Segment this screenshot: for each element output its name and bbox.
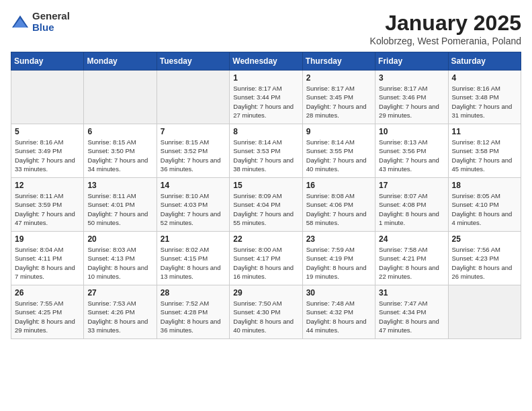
calendar-cell-1-1: 6 Sunrise: 8:15 AMSunset: 3:50 PMDayligh… (84, 124, 157, 178)
day-number: 20 (87, 234, 152, 244)
calendar-cell-0-3: 1 Sunrise: 8:17 AMSunset: 3:44 PMDayligh… (230, 71, 302, 124)
header-wednesday: Wednesday (230, 52, 302, 71)
day-number: 10 (379, 127, 444, 136)
header-monday: Monday (84, 52, 157, 71)
day-detail: Sunrise: 8:14 AMSunset: 3:55 PMDaylight:… (306, 138, 367, 173)
day-number: 11 (452, 127, 517, 136)
calendar-cell-0-2 (157, 71, 229, 124)
logo-text: General Blue (32, 11, 70, 33)
calendar-cell-2-4: 16 Sunrise: 8:08 AMSunset: 4:06 PMDaylig… (302, 178, 375, 232)
calendar-cell-1-3: 8 Sunrise: 8:14 AMSunset: 3:53 PMDayligh… (230, 124, 302, 178)
header-sunday: Sunday (11, 52, 84, 71)
calendar-cell-3-3: 22 Sunrise: 8:00 AMSunset: 4:17 PMDaylig… (230, 232, 302, 285)
week-row-4: 19 Sunrise: 8:04 AMSunset: 4:11 PMDaylig… (11, 232, 521, 285)
calendar-cell-1-0: 5 Sunrise: 8:16 AMSunset: 3:49 PMDayligh… (11, 124, 84, 178)
calendar-cell-3-0: 19 Sunrise: 8:04 AMSunset: 4:11 PMDaylig… (11, 232, 84, 285)
day-detail: Sunrise: 8:08 AMSunset: 4:06 PMDaylight:… (306, 192, 367, 226)
day-detail: Sunrise: 7:55 AMSunset: 4:25 PMDaylight:… (15, 300, 75, 334)
calendar-cell-1-5: 10 Sunrise: 8:13 AMSunset: 3:56 PMDaylig… (375, 124, 448, 178)
day-number: 23 (306, 234, 371, 244)
day-detail: Sunrise: 8:15 AMSunset: 3:50 PMDaylight:… (87, 138, 148, 173)
day-number: 3 (379, 73, 444, 83)
day-number: 6 (87, 127, 152, 136)
day-number: 22 (233, 234, 298, 244)
calendar-cell-2-2: 14 Sunrise: 8:10 AMSunset: 4:03 PMDaylig… (157, 178, 229, 232)
calendar-cell-0-4: 2 Sunrise: 8:17 AMSunset: 3:45 PMDayligh… (302, 71, 375, 124)
day-detail: Sunrise: 8:12 AMSunset: 3:58 PMDaylight:… (452, 138, 513, 173)
day-detail: Sunrise: 7:52 AMSunset: 4:28 PMDaylight:… (161, 300, 221, 334)
calendar-cell-3-4: 23 Sunrise: 7:59 AMSunset: 4:19 PMDaylig… (302, 232, 375, 285)
header-friday: Friday (375, 52, 448, 71)
calendar-cell-3-2: 21 Sunrise: 8:02 AMSunset: 4:15 PMDaylig… (157, 232, 229, 285)
weekday-header-row: Sunday Monday Tuesday Wednesday Thursday… (11, 52, 521, 71)
day-number: 1 (233, 73, 298, 83)
header-saturday: Saturday (448, 52, 521, 71)
calendar-cell-2-1: 13 Sunrise: 8:11 AMSunset: 4:01 PMDaylig… (84, 178, 157, 232)
day-detail: Sunrise: 7:48 AMSunset: 4:32 PMDaylight:… (306, 300, 367, 334)
day-number: 8 (233, 127, 298, 136)
day-number: 30 (306, 288, 371, 298)
page-header: General Blue January 2025 Kolobrzeg, Wes… (11, 11, 521, 46)
day-number: 16 (306, 181, 371, 190)
day-number: 9 (306, 127, 371, 136)
week-row-2: 5 Sunrise: 8:16 AMSunset: 3:49 PMDayligh… (11, 124, 521, 178)
day-number: 28 (161, 288, 226, 298)
calendar-cell-0-1 (84, 71, 157, 124)
logo: General Blue (11, 11, 70, 33)
day-number: 2 (306, 73, 371, 83)
calendar-cell-4-4: 30 Sunrise: 7:48 AMSunset: 4:32 PMDaylig… (302, 285, 375, 339)
logo-general-text: General (32, 11, 70, 22)
day-number: 15 (233, 181, 298, 190)
day-detail: Sunrise: 7:58 AMSunset: 4:21 PMDaylight:… (379, 246, 439, 280)
day-number: 29 (233, 288, 298, 298)
day-detail: Sunrise: 8:05 AMSunset: 4:10 PMDaylight:… (452, 192, 513, 226)
calendar-cell-0-6: 4 Sunrise: 8:16 AMSunset: 3:48 PMDayligh… (448, 71, 521, 124)
calendar-cell-2-6: 18 Sunrise: 8:05 AMSunset: 4:10 PMDaylig… (448, 178, 521, 232)
day-detail: Sunrise: 7:59 AMSunset: 4:19 PMDaylight:… (306, 246, 367, 280)
header-tuesday: Tuesday (157, 52, 229, 71)
calendar-cell-2-3: 15 Sunrise: 8:09 AMSunset: 4:04 PMDaylig… (230, 178, 302, 232)
day-detail: Sunrise: 8:03 AMSunset: 4:13 PMDaylight:… (87, 246, 148, 280)
day-number: 26 (15, 288, 80, 298)
day-number: 4 (452, 73, 517, 83)
day-detail: Sunrise: 7:53 AMSunset: 4:26 PMDaylight:… (87, 300, 148, 334)
day-detail: Sunrise: 8:10 AMSunset: 4:03 PMDaylight:… (161, 192, 221, 226)
day-detail: Sunrise: 7:50 AMSunset: 4:30 PMDaylight:… (233, 300, 294, 334)
calendar-cell-4-1: 27 Sunrise: 7:53 AMSunset: 4:26 PMDaylig… (84, 285, 157, 339)
day-number: 31 (379, 288, 444, 298)
calendar-cell-3-1: 20 Sunrise: 8:03 AMSunset: 4:13 PMDaylig… (84, 232, 157, 285)
calendar-cell-0-0 (11, 71, 84, 124)
calendar-cell-4-2: 28 Sunrise: 7:52 AMSunset: 4:28 PMDaylig… (157, 285, 229, 339)
calendar-cell-1-6: 11 Sunrise: 8:12 AMSunset: 3:58 PMDaylig… (448, 124, 521, 178)
calendar-cell-1-2: 7 Sunrise: 8:15 AMSunset: 3:52 PMDayligh… (157, 124, 229, 178)
calendar-cell-3-6: 25 Sunrise: 7:56 AMSunset: 4:23 PMDaylig… (448, 232, 521, 285)
day-detail: Sunrise: 8:04 AMSunset: 4:11 PMDaylight:… (15, 246, 75, 280)
calendar-location: Kolobrzeg, West Pomerania, Poland (370, 36, 521, 46)
day-number: 24 (379, 234, 444, 244)
day-detail: Sunrise: 8:14 AMSunset: 3:53 PMDaylight:… (233, 138, 294, 173)
calendar-cell-4-5: 31 Sunrise: 7:47 AMSunset: 4:34 PMDaylig… (375, 285, 448, 339)
day-detail: Sunrise: 8:00 AMSunset: 4:17 PMDaylight:… (233, 246, 294, 280)
day-number: 17 (379, 181, 444, 190)
day-number: 19 (15, 234, 80, 244)
day-number: 5 (15, 127, 80, 136)
calendar-cell-0-5: 3 Sunrise: 8:17 AMSunset: 3:46 PMDayligh… (375, 71, 448, 124)
calendar-title: January 2025 (370, 11, 521, 36)
calendar-cell-2-0: 12 Sunrise: 8:11 AMSunset: 3:59 PMDaylig… (11, 178, 84, 232)
calendar-cell-1-4: 9 Sunrise: 8:14 AMSunset: 3:55 PMDayligh… (302, 124, 375, 178)
day-detail: Sunrise: 8:11 AMSunset: 4:01 PMDaylight:… (87, 192, 148, 226)
day-detail: Sunrise: 8:02 AMSunset: 4:15 PMDaylight:… (161, 246, 221, 280)
day-number: 25 (452, 234, 517, 244)
calendar-cell-4-0: 26 Sunrise: 7:55 AMSunset: 4:25 PMDaylig… (11, 285, 84, 339)
logo-icon (11, 13, 30, 32)
day-detail: Sunrise: 8:16 AMSunset: 3:49 PMDaylight:… (15, 138, 75, 173)
day-detail: Sunrise: 8:17 AMSunset: 3:45 PMDaylight:… (306, 85, 367, 119)
day-detail: Sunrise: 8:16 AMSunset: 3:48 PMDaylight:… (452, 85, 513, 119)
calendar-table: Sunday Monday Tuesday Wednesday Thursday… (11, 52, 521, 339)
day-number: 27 (87, 288, 152, 298)
day-number: 14 (161, 181, 226, 190)
day-detail: Sunrise: 7:47 AMSunset: 4:34 PMDaylight:… (379, 300, 439, 334)
logo-blue-text: Blue (32, 22, 70, 34)
day-number: 12 (15, 181, 80, 190)
day-number: 13 (87, 181, 152, 190)
